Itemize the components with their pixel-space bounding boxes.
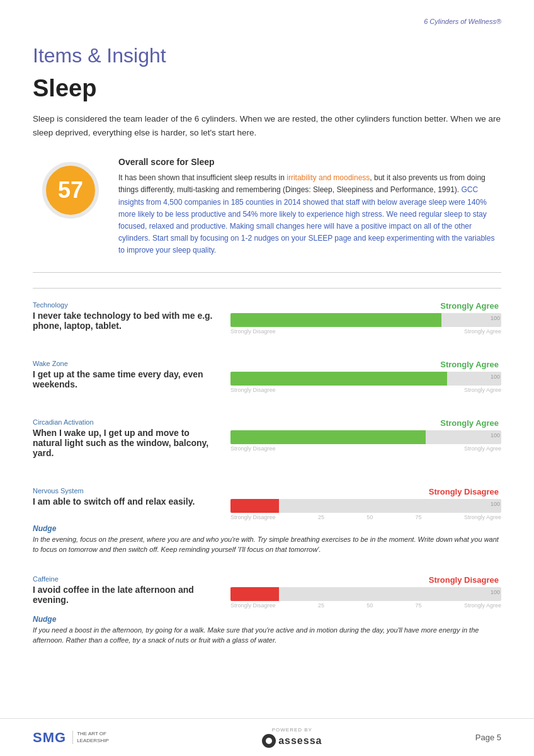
nudge-label-5: Nudge bbox=[33, 615, 501, 624]
overall-score-content: Overall score for Sleep It has been show… bbox=[108, 157, 501, 256]
item-right-4: Strongly Disagree 100 Strongly Disagree … bbox=[230, 487, 501, 520]
bar-right-label-2: Strongly Agree bbox=[464, 387, 501, 393]
bar-track-5: 100 bbox=[230, 587, 501, 601]
item-question-3: When I wake up, I get up and move to nat… bbox=[33, 428, 218, 458]
item-row-4: Nervous System I am able to switch off a… bbox=[33, 487, 501, 520]
item-right-1: Strongly Agree 100 Strongly Disagree Str… bbox=[230, 301, 501, 335]
bar-fill-5 bbox=[230, 587, 279, 601]
bar-scale-3: Strongly Disagree Strongly Agree bbox=[230, 445, 501, 452]
bar-number-5: 100 bbox=[491, 589, 500, 595]
bar-outer-2: 100 Strongly Disagree Strongly Agree bbox=[230, 372, 501, 393]
bar-track-1: 100 bbox=[230, 313, 501, 327]
bar-scale-2: Strongly Disagree Strongly Agree bbox=[230, 387, 501, 393]
bar-outer-3: 100 Strongly Disagree Strongly Agree bbox=[230, 430, 501, 452]
item-category-5: Caffeine bbox=[33, 575, 218, 583]
item-left-1: Technology I never take technology to be… bbox=[33, 301, 230, 337]
score-label-3: Strongly Agree bbox=[230, 418, 501, 428]
item-block-4: Nervous System I am able to switch off a… bbox=[33, 487, 501, 560]
bar-fill-3 bbox=[230, 430, 426, 444]
score-circle: 57 bbox=[42, 162, 99, 219]
section-divider bbox=[33, 288, 501, 289]
item-question-2: I get up at the same time every day, eve… bbox=[33, 369, 218, 389]
smg-tagline-line2: LEADERSHIP bbox=[77, 738, 109, 743]
item-right-5: Strongly Disagree 100 Strongly Disagree … bbox=[230, 575, 501, 609]
item-block-3: Circadian Activation When I wake up, I g… bbox=[33, 418, 501, 472]
bar-number-3: 100 bbox=[491, 432, 500, 438]
bar-75-5: 75 bbox=[416, 602, 422, 609]
bar-left-label-5: Strongly Disagree bbox=[230, 602, 276, 609]
bar-50-5: 50 bbox=[366, 602, 373, 609]
bar-left-label-4: Strongly Disagree bbox=[230, 514, 276, 520]
bar-track-3: 100 bbox=[230, 430, 501, 444]
score-label-1: Strongly Agree bbox=[230, 301, 501, 311]
bar-right-label-4: Strongly Agree bbox=[464, 514, 501, 520]
bar-fill-1 bbox=[230, 313, 441, 327]
item-category-1: Technology bbox=[33, 301, 218, 309]
page-subtitle: Sleep bbox=[33, 75, 501, 102]
nudge-text-4: In the evening, focus on the present, wh… bbox=[33, 534, 501, 555]
section-title: Items & Insight bbox=[33, 44, 501, 67]
highlight-irritability: irritability and moodiness bbox=[287, 173, 370, 182]
intro-text: Sleep is considered the team leader of t… bbox=[33, 112, 501, 139]
bar-number-2: 100 bbox=[491, 374, 500, 380]
bar-outer-1: 100 Strongly Disagree Strongly Agree bbox=[230, 313, 501, 335]
bar-left-label-2: Strongly Disagree bbox=[230, 387, 276, 393]
item-question-1: I never take technology to bed with me e… bbox=[33, 311, 218, 331]
assessa-name: assessa bbox=[278, 735, 322, 747]
bar-scale-4: Strongly Disagree 25 50 75 Strongly Agre… bbox=[230, 514, 501, 520]
overall-score-title: Overall score for Sleep bbox=[118, 157, 501, 167]
score-label-4: Strongly Disagree bbox=[230, 487, 501, 496]
overall-score-text-part1: It has been shown that insufficient slee… bbox=[118, 173, 287, 182]
item-block-5: Caffeine I avoid coffee in the late afte… bbox=[33, 575, 501, 651]
bar-number-4: 100 bbox=[491, 501, 500, 507]
item-category-4: Nervous System bbox=[33, 487, 218, 495]
bar-scale-5: Strongly Disagree 25 50 75 Strongly Agre… bbox=[230, 602, 501, 609]
item-left-4: Nervous System I am able to switch off a… bbox=[33, 487, 230, 513]
bar-outer-5: 100 Strongly Disagree 25 50 75 Strongly … bbox=[230, 587, 501, 609]
bar-number-1: 100 bbox=[491, 315, 500, 321]
highlight-gcc: GCC insights from 4,500 companies in 185… bbox=[118, 185, 494, 255]
overall-score-body: It has been shown that insufficient slee… bbox=[118, 172, 501, 256]
item-block-2: Wake Zone I get up at the same time ever… bbox=[33, 360, 501, 403]
item-category-3: Circadian Activation bbox=[33, 418, 218, 426]
smg-logo: SMG bbox=[33, 730, 66, 746]
item-left-3: Circadian Activation When I wake up, I g… bbox=[33, 418, 230, 464]
bar-left-label-1: Strongly Disagree bbox=[230, 328, 276, 335]
item-category-2: Wake Zone bbox=[33, 360, 218, 367]
bar-track-4: 100 bbox=[230, 499, 501, 513]
bar-track-2: 100 bbox=[230, 372, 501, 386]
page-container: 6 Cylinders of Wellness® Items & Insight… bbox=[0, 0, 534, 756]
brand-label: 6 Cylinders of Wellness® bbox=[424, 18, 501, 25]
bar-left-label-3: Strongly Disagree bbox=[230, 445, 276, 452]
item-left-2: Wake Zone I get up at the same time ever… bbox=[33, 360, 230, 396]
bar-25-5: 25 bbox=[318, 602, 324, 609]
score-label-2: Strongly Agree bbox=[230, 360, 501, 369]
item-row-3: Circadian Activation When I wake up, I g… bbox=[33, 418, 501, 464]
item-right-2: Strongly Agree 100 Strongly Disagree Str… bbox=[230, 360, 501, 393]
assessa-icon bbox=[262, 734, 276, 748]
overall-score-section: 57 Overall score for Sleep It has been s… bbox=[33, 157, 501, 272]
score-label-5: Strongly Disagree bbox=[230, 575, 501, 585]
item-row-5: Caffeine I avoid coffee in the late afte… bbox=[33, 575, 501, 611]
item-block-1: Technology I never take technology to be… bbox=[33, 301, 501, 345]
item-row-2: Wake Zone I get up at the same time ever… bbox=[33, 360, 501, 396]
item-right-3: Strongly Agree 100 Strongly Disagree Str… bbox=[230, 418, 501, 452]
page-footer: SMG THE ART OF LEADERSHIP POWERED BY ass… bbox=[0, 718, 534, 756]
smg-tagline: THE ART OF LEADERSHIP bbox=[72, 731, 109, 744]
item-question-5: I avoid coffee in the late afternoon and… bbox=[33, 585, 218, 605]
assessa-logo-wrapper: assessa bbox=[262, 734, 322, 748]
item-left-5: Caffeine I avoid coffee in the late afte… bbox=[33, 575, 230, 611]
bar-fill-4 bbox=[230, 499, 279, 513]
items-section: Technology I never take technology to be… bbox=[33, 301, 501, 651]
bar-scale-1: Strongly Disagree Strongly Agree bbox=[230, 328, 501, 335]
bar-25-4: 25 bbox=[318, 514, 324, 520]
bar-right-label-5: Strongly Agree bbox=[464, 602, 501, 609]
bar-fill-2 bbox=[230, 372, 447, 386]
item-row-1: Technology I never take technology to be… bbox=[33, 301, 501, 337]
bar-50-4: 50 bbox=[366, 514, 373, 520]
nudge-text-5: If you need a boost in the afternoon, tr… bbox=[33, 625, 501, 646]
score-circle-wrapper: 57 bbox=[33, 157, 108, 219]
bar-right-label-1: Strongly Agree bbox=[464, 328, 501, 335]
bar-75-4: 75 bbox=[416, 514, 422, 520]
footer-smg-section: SMG THE ART OF LEADERSHIP bbox=[33, 730, 109, 746]
